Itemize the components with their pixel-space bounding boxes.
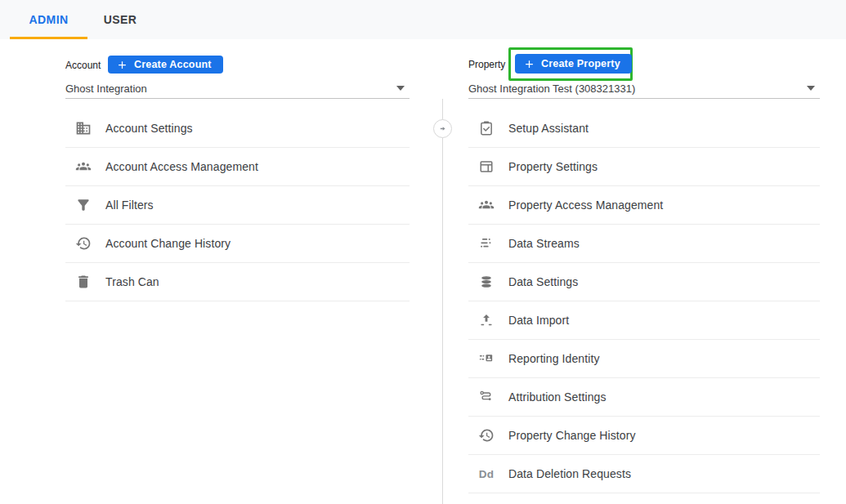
window-layout-icon xyxy=(478,158,495,175)
menu-item-account-access-management[interactable]: Account Access Management xyxy=(65,148,410,186)
menu-item-data-deletion-requests[interactable]: Dd Data Deletion Requests xyxy=(468,455,820,493)
chevron-down-icon xyxy=(807,86,815,91)
tab-bar: ADMIN USER xyxy=(0,0,846,39)
account-selector-value: Ghost Integration xyxy=(65,83,147,95)
account-menu: Account Settings Account Access Manageme… xyxy=(65,109,410,301)
tab-user[interactable]: USER xyxy=(87,0,153,39)
create-property-label: Create Property xyxy=(541,58,620,69)
menu-item-property-change-history[interactable]: Property Change History xyxy=(468,417,820,455)
people-group-icon xyxy=(75,158,92,175)
menu-item-label: Property Access Management xyxy=(508,198,663,212)
identity-badge-icon xyxy=(478,350,495,367)
menu-item-label: Account Change History xyxy=(105,237,231,250)
plus-icon xyxy=(116,59,128,71)
menu-item-property-access-management[interactable]: Property Access Management xyxy=(468,186,820,225)
tab-admin[interactable]: ADMIN xyxy=(10,0,87,39)
dd-glyph-icon: Dd xyxy=(478,466,495,482)
database-icon xyxy=(478,274,495,290)
menu-item-data-settings[interactable]: Data Settings xyxy=(468,263,820,301)
account-selector[interactable]: Ghost Integration xyxy=(65,78,410,99)
collapse-column-button[interactable] xyxy=(433,119,452,138)
menu-item-data-streams[interactable]: Data Streams xyxy=(468,225,820,263)
menu-item-label: Property Settings xyxy=(508,160,598,173)
menu-item-label: Data Import xyxy=(508,314,569,327)
menu-item-account-settings[interactable]: Account Settings xyxy=(65,109,410,148)
history-icon xyxy=(478,427,495,444)
property-section-label: Property xyxy=(468,59,505,70)
menu-item-label: Trash Can xyxy=(105,275,159,288)
menu-item-setup-assistant[interactable]: Setup Assistant xyxy=(468,109,820,148)
tab-user-label: USER xyxy=(104,13,137,26)
menu-item-label: Setup Assistant xyxy=(508,122,589,135)
menu-item-label: Data Deletion Requests xyxy=(508,467,631,480)
menu-item-label: All Filters xyxy=(105,198,154,212)
trash-icon xyxy=(75,274,92,290)
property-menu: Setup Assistant Property Settings Proper… xyxy=(468,109,820,493)
menu-item-label: Attribution Settings xyxy=(508,390,607,404)
property-selector[interactable]: Ghost Integration Test (308321331) xyxy=(468,78,820,99)
create-account-button[interactable]: Create Account xyxy=(108,56,223,74)
data-streams-icon xyxy=(478,235,495,252)
menu-item-data-import[interactable]: Data Import xyxy=(468,301,820,340)
create-account-label: Create Account xyxy=(134,59,212,70)
menu-item-label: Account Settings xyxy=(105,122,193,135)
menu-item-account-change-history[interactable]: Account Change History xyxy=(65,225,410,263)
menu-item-property-settings[interactable]: Property Settings xyxy=(468,148,820,186)
upload-icon xyxy=(478,312,495,328)
people-group-icon xyxy=(478,197,495,213)
menu-item-reporting-identity[interactable]: Reporting Identity xyxy=(468,340,820,378)
column-divider xyxy=(442,99,443,504)
admin-page: ADMIN USER Account Create Account Proper… xyxy=(0,0,846,504)
menu-item-label: Reporting Identity xyxy=(508,352,600,365)
menu-item-label: Data Settings xyxy=(508,275,578,288)
building-icon xyxy=(75,120,92,136)
menu-item-all-filters[interactable]: All Filters xyxy=(65,186,410,225)
menu-item-label: Property Change History xyxy=(508,429,636,442)
filter-icon xyxy=(75,197,92,213)
history-icon xyxy=(75,235,92,252)
menu-item-label: Data Streams xyxy=(508,237,580,250)
create-property-button[interactable]: Create Property xyxy=(515,54,632,74)
tab-admin-label: ADMIN xyxy=(29,13,69,26)
property-selector-value: Ghost Integration Test (308321331) xyxy=(468,83,635,95)
active-tab-underline xyxy=(10,37,87,39)
menu-item-trash-can[interactable]: Trash Can xyxy=(65,263,410,301)
menu-item-attribution-settings[interactable]: Attribution Settings xyxy=(468,378,820,417)
chevron-down-icon xyxy=(396,86,405,91)
menu-item-label: Account Access Management xyxy=(105,160,258,173)
clipboard-check-icon xyxy=(478,120,495,136)
plus-icon xyxy=(523,58,535,70)
account-section-label: Account xyxy=(65,60,101,71)
attribution-path-icon xyxy=(478,389,495,405)
arrow-right-icon xyxy=(437,123,448,134)
